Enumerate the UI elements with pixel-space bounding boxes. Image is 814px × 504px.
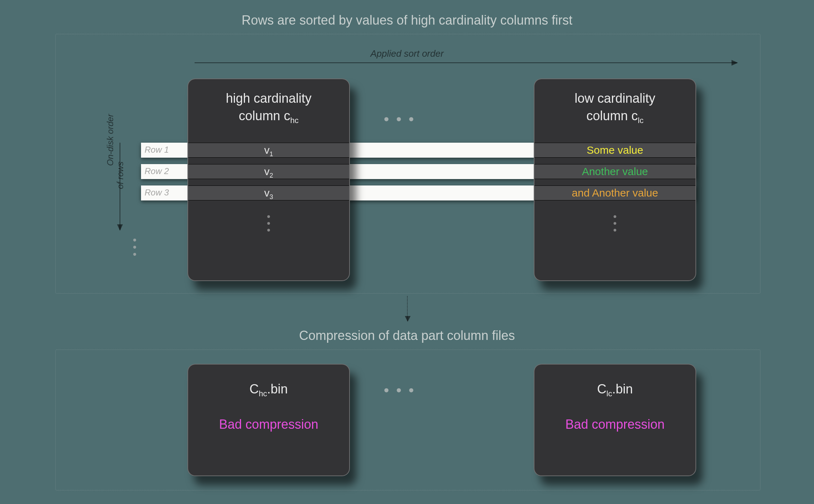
applied-sort-order-arrow [195, 62, 737, 63]
compression-status: Bad compression [188, 398, 349, 432]
high-cardinality-column-card: high cardinality column chc v1 v2 v3 ••• [187, 78, 350, 281]
bottom-section-title: Compression of data part column files [0, 328, 814, 343]
column-header: low cardinality column clc [534, 79, 695, 126]
cell-value: Another value [534, 164, 695, 179]
bin-files-ellipsis: ••• [384, 382, 421, 399]
cell-value: and Another value [534, 185, 695, 200]
on-disk-order-arrow [120, 143, 120, 230]
compression-status: Bad compression [534, 398, 695, 432]
columns-ellipsis: ••• [384, 111, 421, 128]
bin-file-name: Clc.bin [534, 365, 695, 398]
section-connector-arrow [407, 296, 408, 321]
bin-file-name: Chc.bin [188, 365, 349, 398]
column-continuation-dots: ••• [188, 212, 349, 235]
row-label: Row 1 [145, 145, 169, 155]
cell-value: Some value [534, 143, 695, 158]
cell-value: v2 [188, 164, 349, 179]
applied-sort-order-label: Applied sort order [0, 48, 814, 59]
bin-file-card-lc: Clc.bin Bad compression [534, 364, 696, 476]
low-cardinality-column-card: low cardinality column clc Some value An… [534, 78, 696, 281]
row-continuation-dots: ••• [133, 235, 137, 259]
cell-value: v1 [188, 143, 349, 158]
column-continuation-dots: ••• [534, 212, 695, 235]
cell-value: v3 [188, 185, 349, 200]
bin-file-card-hc: Chc.bin Bad compression [187, 364, 350, 476]
column-header: high cardinality column chc [188, 79, 349, 126]
row-label: Row 2 [145, 166, 169, 176]
top-section-title: Rows are sorted by values of high cardin… [0, 13, 814, 28]
row-label: Row 3 [145, 188, 169, 198]
